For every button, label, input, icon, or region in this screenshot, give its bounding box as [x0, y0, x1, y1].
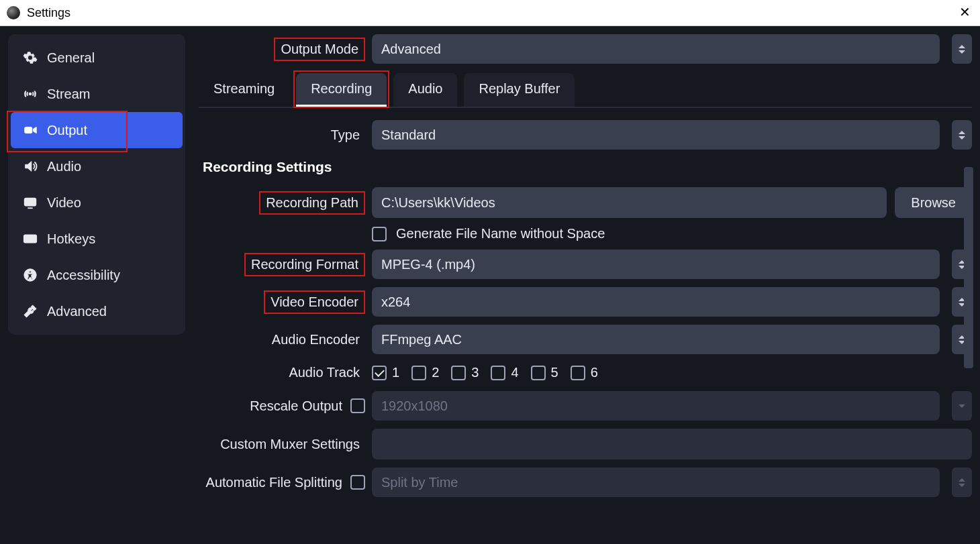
track-2-checkbox[interactable] [411, 366, 426, 380]
output-mode-label: Output Mode [274, 38, 365, 61]
type-row: Type Standard [199, 120, 972, 150]
recording-format-label: Recording Format [244, 253, 365, 276]
audio-encoder-value: FFmpeg AAC [381, 332, 462, 347]
window-title: Settings [27, 6, 70, 20]
sidebar-item-label: Accessibility [47, 268, 120, 283]
sidebar: General Stream Output Audio [8, 34, 185, 335]
audio-encoder-select[interactable]: FFmpeg AAC [372, 325, 940, 354]
track-6-checkbox[interactable] [571, 366, 585, 380]
sidebar-item-output[interactable]: Output [11, 112, 183, 148]
output-tabs: Streaming Recording Audio Replay Buffer [199, 73, 972, 108]
output-mode-value: Advanced [381, 42, 441, 57]
app-icon [7, 6, 20, 19]
sidebar-item-label: Video [47, 195, 81, 211]
type-select[interactable]: Standard [372, 120, 940, 150]
rescale-checkbox[interactable] [350, 398, 365, 413]
type-label: Type [326, 125, 365, 146]
auto-split-placeholder: Split by Time [381, 475, 458, 490]
sidebar-item-accessibility[interactable]: Accessibility [11, 257, 183, 293]
tab-streaming[interactable]: Streaming [199, 73, 289, 107]
sidebar-item-audio[interactable]: Audio [11, 148, 183, 184]
recording-format-row: Recording Format MPEG-4 (.mp4) [199, 250, 972, 279]
camera-output-icon [23, 123, 38, 138]
antenna-icon [23, 87, 38, 101]
sidebar-item-label: General [47, 50, 95, 66]
track-3-checkbox[interactable] [451, 366, 466, 380]
tab-recording[interactable]: Recording [296, 73, 387, 107]
sidebar-item-hotkeys[interactable]: Hotkeys [11, 221, 183, 257]
chevron-up-icon [959, 131, 965, 134]
sidebar-item-stream[interactable]: Stream [11, 76, 183, 112]
sidebar-item-label: Hotkeys [47, 231, 95, 247]
scrollbar[interactable] [964, 167, 973, 529]
auto-split-checkbox[interactable] [350, 475, 365, 490]
recording-format-select[interactable]: MPEG-4 (.mp4) [372, 250, 940, 279]
close-icon[interactable]: ✕ [959, 5, 971, 19]
chevron-down-icon [959, 136, 965, 140]
video-encoder-label: Video Encoder [264, 290, 365, 314]
chevron-down-icon [959, 50, 965, 54]
recording-settings-title: Recording Settings [203, 159, 972, 175]
video-encoder-row: Video Encoder x264 [199, 287, 972, 317]
output-mode-spinner[interactable] [952, 34, 972, 64]
track-1-checkbox[interactable] [372, 366, 387, 380]
titlebar: Settings ✕ [0, 0, 980, 25]
chevron-up-icon [959, 45, 965, 48]
rescale-placeholder: 1920x1080 [381, 398, 448, 414]
svg-rect-1 [25, 127, 32, 133]
gen-no-space-label: Generate File Name without Space [396, 226, 605, 241]
auto-split-label: Automatic File Splitting [206, 475, 342, 490]
track-4-label: 4 [511, 365, 518, 380]
sidebar-item-video[interactable]: Video [11, 184, 183, 221]
rescale-label: Rescale Output [250, 398, 342, 414]
recording-path-row: Recording Path C:\Users\kk\Videos Browse [199, 187, 972, 218]
muxer-input[interactable] [372, 429, 972, 459]
track-5-label: 5 [551, 365, 558, 380]
output-mode-row: Output Mode Advanced [199, 34, 972, 64]
audio-track-row: Audio Track 1 2 3 4 5 6 [199, 362, 972, 383]
track-5-checkbox[interactable] [531, 366, 546, 380]
video-encoder-select[interactable]: x264 [372, 287, 940, 317]
recording-path-input[interactable]: C:\Users\kk\Videos [372, 187, 887, 218]
type-spinner[interactable] [952, 120, 972, 150]
auto-split-row: Automatic File Splitting Split by Time [199, 468, 972, 497]
auto-split-select: Split by Time [372, 468, 940, 497]
app-body: General Stream Output Audio [0, 26, 980, 544]
keyboard-icon [23, 231, 38, 246]
gen-no-space-row: Generate File Name without Space [199, 226, 972, 241]
track-6-label: 6 [591, 365, 598, 380]
track-2-label: 2 [432, 365, 439, 380]
tab-replay-buffer[interactable]: Replay Buffer [464, 73, 575, 107]
sidebar-item-label: Output [47, 123, 87, 138]
muxer-label: Custom Muxer Settings [215, 434, 365, 455]
sidebar-item-general[interactable]: General [11, 40, 183, 76]
sidebar-item-label: Audio [47, 159, 81, 174]
type-value: Standard [381, 127, 436, 143]
tab-audio[interactable]: Audio [393, 73, 457, 107]
track-3-label: 3 [471, 365, 479, 380]
svg-rect-2 [25, 199, 36, 206]
recording-path-value: C:\Users\kk\Videos [381, 195, 495, 211]
track-1-label: 1 [392, 365, 399, 380]
gen-no-space-checkbox[interactable] [372, 227, 387, 241]
scroll-thumb[interactable] [964, 167, 973, 368]
content-area: Output Mode Advanced Streaming Recording… [199, 34, 972, 536]
audio-encoder-label: Audio Encoder [266, 329, 365, 350]
svg-rect-3 [24, 235, 36, 243]
video-encoder-value: x264 [381, 294, 410, 310]
audio-track-label: Audio Track [283, 362, 365, 383]
rescale-row: Rescale Output 1920x1080 [199, 391, 972, 421]
recording-format-value: MPEG-4 (.mp4) [381, 257, 475, 272]
sidebar-item-label: Stream [47, 87, 90, 102]
accessibility-icon [23, 268, 38, 282]
monitor-icon [23, 195, 38, 210]
rescale-select: 1920x1080 [372, 391, 940, 421]
output-mode-select[interactable]: Advanced [372, 34, 940, 64]
svg-point-0 [30, 93, 32, 95]
tools-icon [23, 304, 38, 319]
browse-button[interactable]: Browse [895, 187, 972, 218]
muxer-row: Custom Muxer Settings [199, 429, 972, 459]
track-4-checkbox[interactable] [491, 366, 505, 380]
sidebar-item-label: Advanced [47, 304, 107, 319]
sidebar-item-advanced[interactable]: Advanced [11, 293, 183, 329]
